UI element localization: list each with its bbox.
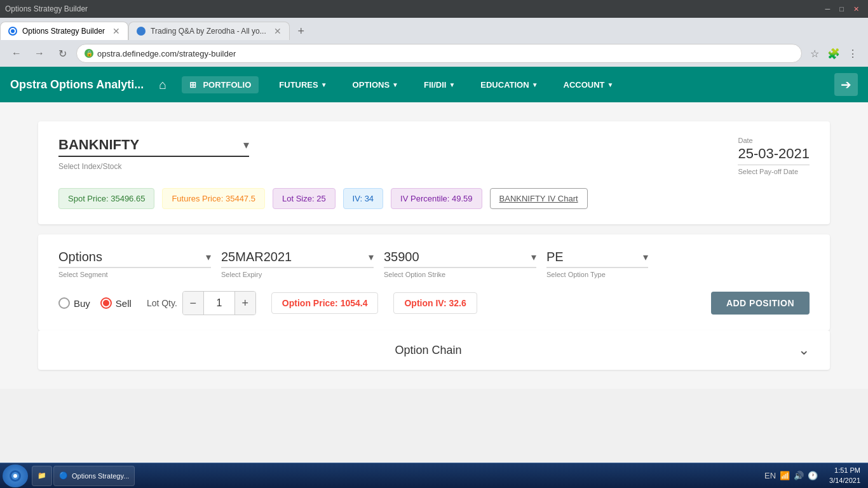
chrome-icon: 🔵: [59, 471, 68, 480]
account-label: ACCOUNT: [564, 80, 605, 90]
tab-zerodha[interactable]: Trading Q&A by Zerodha - All yo... ✕: [128, 22, 290, 40]
price-info-row: Spot Price: 35496.65 Futures Price: 3544…: [58, 188, 810, 209]
fii-dii-label: FII/DII: [424, 80, 446, 90]
svg-point-5: [13, 474, 17, 478]
buy-radio-circle: [58, 297, 70, 309]
reload-btn[interactable]: ↻: [53, 44, 71, 62]
file-explorer-icon: 📁: [37, 471, 46, 480]
lot-size-badge: Lot Size: 25: [273, 188, 336, 209]
tab-label-opstra: Options Strategy Builder: [22, 27, 105, 36]
main-content: BANKNIFTY ▾ Select Index/Stock Date 25-0…: [0, 102, 868, 389]
account-arrow: ▼: [607, 81, 614, 88]
date-section: Date 25-03-2021 Select Pay-off Date: [738, 137, 810, 175]
tab-favicon-opstra: [8, 27, 17, 36]
stock-label: Select Index/Stock: [58, 162, 249, 171]
tab-label-zerodha: Trading Q&A by Zerodha - All yo...: [151, 27, 266, 36]
extensions-btn[interactable]: 🧩: [826, 46, 841, 61]
stock-name: BANKNIFTY: [58, 137, 238, 153]
tab-close-zerodha[interactable]: ✕: [274, 26, 281, 36]
sell-radio[interactable]: Sell: [100, 297, 132, 309]
education-arrow: ▼: [532, 81, 538, 88]
type-field[interactable]: PE ▾: [546, 250, 648, 268]
qty-plus-btn[interactable]: +: [235, 292, 255, 315]
buy-label: Buy: [74, 298, 90, 309]
nav-futures[interactable]: FUTURES ▼: [274, 76, 332, 93]
stock-selector: BANKNIFTY ▾: [58, 137, 249, 157]
iv-chart-link[interactable]: BANKNIFTY IV Chart: [490, 188, 588, 209]
options-label: OPTIONS: [353, 80, 390, 90]
sell-radio-circle: [100, 297, 112, 309]
stock-select-field[interactable]: BANKNIFTY ▾: [58, 137, 249, 157]
sell-label: Sell: [116, 298, 132, 309]
tab-close-opstra[interactable]: ✕: [112, 26, 120, 36]
address-bar: ← → ↻ 🔒 opstra.definedge.com/strategy-bu…: [0, 40, 868, 67]
date-value[interactable]: 25-03-2021: [738, 146, 810, 165]
tab-bar: Options Strategy Builder ✕ Trading Q&A b…: [0, 18, 868, 40]
buy-radio[interactable]: Buy: [58, 297, 90, 309]
maximize-btn[interactable]: □: [839, 5, 844, 13]
nav-account[interactable]: ACCOUNT ▼: [559, 76, 619, 93]
segment-group: Options ▾ Select Segment: [58, 250, 211, 278]
title-bar-controls: Options Strategy Builder: [5, 4, 88, 13]
window-title: Options Strategy Builder: [5, 4, 88, 13]
url-text: opstra.definedge.com/strategy-builder: [97, 49, 794, 58]
nav-portfolio-btn[interactable]: ⊞ PORTFOLIO: [182, 76, 259, 93]
option-price-label: Option Price:: [282, 298, 338, 308]
date-label: Date: [738, 137, 810, 144]
segment-arrow: ▾: [206, 251, 211, 263]
expiry-label: Select Expiry: [221, 271, 374, 278]
strike-value: 35900: [384, 250, 526, 264]
bookmark-star-btn[interactable]: ☆: [807, 46, 822, 61]
window-controls[interactable]: ─ □ ✕: [821, 5, 863, 13]
minimize-btn[interactable]: ─: [825, 5, 830, 13]
options-selectors-row: Options ▾ Select Segment 25MAR2021 ▾ Sel…: [58, 250, 810, 278]
back-btn[interactable]: ←: [8, 44, 25, 62]
options-nav-arrow: ▼: [392, 81, 398, 88]
strike-arrow: ▾: [531, 251, 536, 263]
type-group: PE ▾ Select Option Type: [546, 250, 648, 278]
futures-label: FUTURES: [279, 80, 318, 90]
qty-minus-btn[interactable]: −: [183, 292, 203, 315]
language-icon: EN: [764, 471, 776, 480]
spot-price-badge: Spot Price: 35496.65: [58, 188, 154, 209]
start-btn[interactable]: [3, 464, 28, 487]
app-logo: Opstra Options Analyti...: [10, 78, 144, 92]
strike-group: 35900 ▾ Select Option Strike: [384, 250, 536, 278]
nav-education[interactable]: EDUCATION ▼: [475, 76, 543, 93]
segment-field[interactable]: Options ▾: [58, 250, 211, 268]
chrome-label: Options Strategy...: [72, 472, 129, 480]
nav-fii-dii[interactable]: FII/DII ▼: [419, 76, 460, 93]
add-position-btn[interactable]: ADD POSITION: [711, 292, 810, 315]
app-nav: Opstra Options Analyti... ⌂ ⊞ PORTFOLIO …: [0, 67, 868, 102]
education-label: EDUCATION: [480, 80, 529, 90]
expiry-value: 25MAR2021: [221, 250, 363, 264]
forward-btn[interactable]: →: [31, 44, 48, 62]
option-chain-bar[interactable]: Option Chain ⌄: [38, 330, 830, 370]
tab-add-btn[interactable]: +: [292, 22, 310, 40]
strike-field[interactable]: 35900 ▾: [384, 250, 536, 268]
expiry-group: 25MAR2021 ▾ Select Expiry: [221, 250, 374, 278]
browser-menu-btn[interactable]: ⋮: [845, 46, 860, 61]
buy-sell-row: Buy Sell Lot Qty. − + Option Price: 1054…: [58, 291, 810, 315]
qty-input[interactable]: [203, 292, 235, 315]
url-bar[interactable]: 🔒 opstra.definedge.com/strategy-builder: [76, 44, 802, 63]
option-iv-value: 32.6: [449, 298, 466, 308]
tab-opstra[interactable]: Options Strategy Builder ✕: [0, 22, 128, 40]
taskbar-chrome[interactable]: 🔵 Options Strategy...: [53, 466, 135, 486]
futures-price-badge: Futures Price: 35447.5: [162, 188, 265, 209]
browser-actions: ☆ 🧩 ⋮: [807, 46, 860, 61]
taskbar-time: 1:51 PM 3/14/2021: [824, 466, 865, 485]
expiry-field[interactable]: 25MAR2021 ▾: [221, 250, 374, 268]
option-iv-box: Option IV: 32.6: [393, 292, 477, 314]
fii-dii-arrow: ▼: [449, 81, 455, 88]
system-icons: EN 📶 🔊 🕐: [759, 471, 823, 480]
network-icon[interactable]: 📶: [780, 471, 790, 480]
lot-qty-label: Lot Qty.: [147, 298, 177, 308]
close-btn[interactable]: ✕: [853, 5, 859, 13]
volume-icon[interactable]: 🔊: [794, 471, 804, 480]
radio-group: Buy Sell: [58, 297, 132, 309]
taskbar-file-explorer[interactable]: 📁: [32, 466, 52, 486]
logout-btn[interactable]: ➔: [834, 73, 858, 96]
home-icon[interactable]: ⌂: [159, 78, 166, 92]
nav-options[interactable]: OPTIONS ▼: [348, 76, 403, 93]
